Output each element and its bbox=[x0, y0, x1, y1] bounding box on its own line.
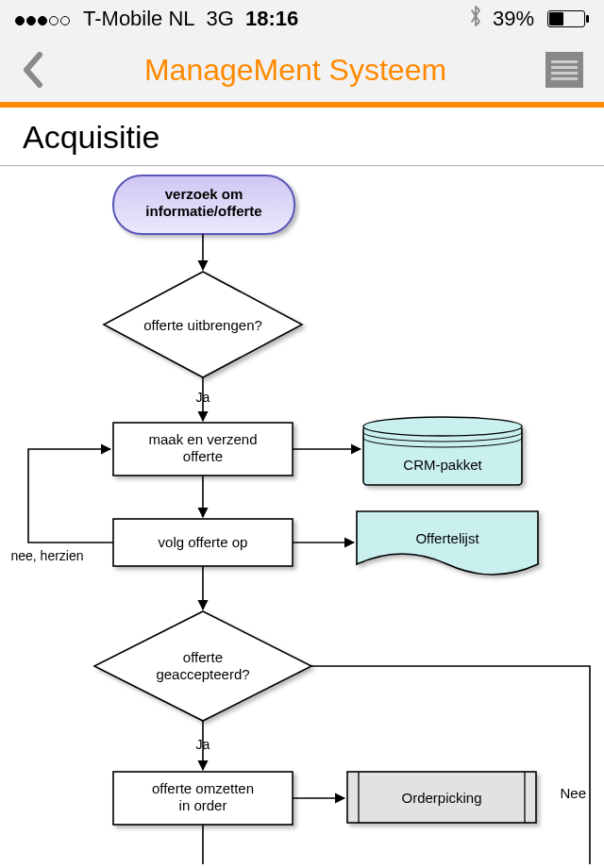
page-title: ManageMent Systeem bbox=[144, 53, 446, 88]
node-decision-offer-label: offerte uitbrengen? bbox=[143, 317, 262, 333]
battery-icon bbox=[544, 10, 589, 27]
node-orderpicking-label: Orderpicking bbox=[401, 790, 481, 806]
signal-strength-icon bbox=[15, 7, 72, 31]
node-convert-line1: offerte omzetten bbox=[152, 780, 254, 796]
flowchart: verzoek om informatie/offerte offerte ui… bbox=[0, 166, 604, 864]
node-make-offer-line1: maak en verzend bbox=[148, 431, 257, 447]
nav-bar: ManageMent Systeem bbox=[0, 38, 604, 108]
node-decision-accepted-line2: geaccepteerd? bbox=[156, 666, 249, 682]
label-ja-1: Ja bbox=[196, 390, 210, 405]
bluetooth-icon bbox=[468, 5, 483, 33]
network-label: 3G bbox=[207, 7, 234, 31]
node-convert-line2: in order bbox=[179, 797, 227, 813]
node-crm-label: CRM-pakket bbox=[403, 457, 482, 473]
node-follow-up-label: volg offerte op bbox=[159, 534, 248, 550]
node-decision-accepted-line1: offerte bbox=[183, 649, 223, 665]
battery-pct-label: 39% bbox=[493, 7, 534, 31]
label-nee: Nee bbox=[560, 785, 586, 801]
section-heading: Acquisitie bbox=[0, 108, 604, 166]
node-decision-offer: offerte uitbrengen? bbox=[104, 272, 302, 377]
svg-point-4 bbox=[363, 417, 522, 436]
list-menu-button[interactable] bbox=[545, 52, 583, 88]
node-crm-datastore: CRM-pakket bbox=[363, 417, 522, 485]
node-offer-list-doc: Offertelijst bbox=[357, 511, 538, 575]
node-follow-up: volg offerte op bbox=[113, 519, 293, 566]
node-start-line1: verzoek om bbox=[165, 186, 243, 202]
node-offer-list-label: Offertelijst bbox=[415, 530, 479, 546]
node-decision-accepted: offerte geaccepteerd? bbox=[94, 611, 311, 721]
label-nee-herzien: nee, herzien bbox=[10, 548, 83, 563]
node-make-offer-line2: offerte bbox=[183, 448, 223, 464]
node-orderpicking: Orderpicking bbox=[347, 772, 536, 823]
node-start-line2: informatie/offerte bbox=[145, 203, 261, 219]
clock-label: 18:16 bbox=[245, 7, 298, 31]
back-button[interactable] bbox=[21, 51, 45, 89]
node-make-offer: maak en verzend offerte bbox=[113, 423, 293, 476]
node-convert-order: offerte omzetten in order bbox=[113, 772, 293, 825]
status-bar: T-Mobile NL 3G 18:16 39% bbox=[0, 0, 604, 38]
edge-loop-revise: nee, herzien bbox=[10, 449, 113, 563]
node-start: verzoek om informatie/offerte bbox=[113, 175, 294, 234]
label-ja-2: Ja bbox=[196, 737, 210, 752]
carrier-label: T-Mobile NL bbox=[83, 7, 195, 31]
edge-decision2-no: Nee bbox=[311, 666, 590, 864]
